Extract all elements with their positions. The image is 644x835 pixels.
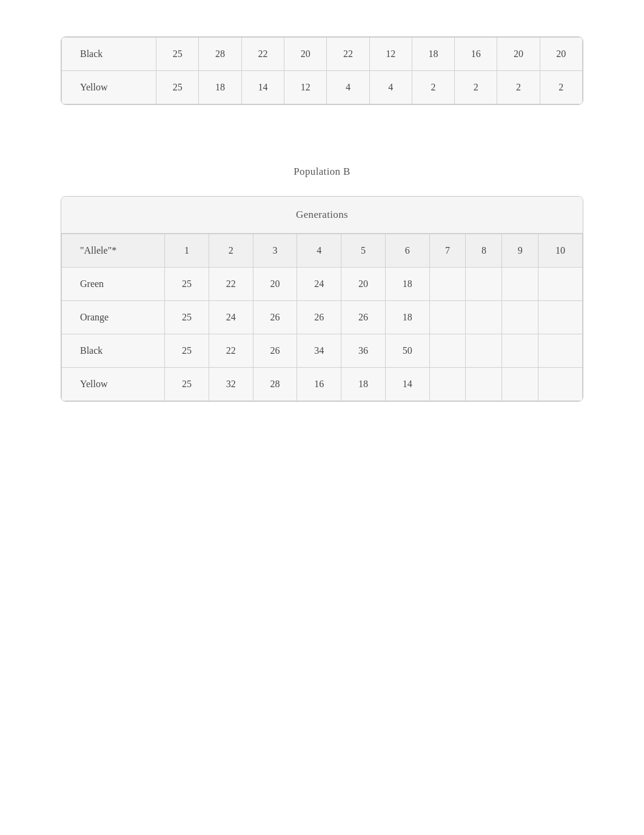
value-cell: [466, 301, 502, 334]
value-cell: 22: [209, 268, 253, 301]
value-cell: 25: [165, 268, 209, 301]
col-header-1: 1: [165, 234, 209, 268]
col-header-10: 10: [538, 234, 583, 268]
table2: "Allele"* 1 2 3 4 5 6 7 8 9 10 Green2522…: [61, 234, 583, 401]
table-row: Orange252426262618: [62, 301, 583, 334]
value-cell: 25: [156, 38, 199, 71]
value-cell: 36: [341, 334, 386, 368]
value-cell: [502, 301, 538, 334]
table1-container: Black25282220221218162020Yellow251814124…: [61, 36, 583, 105]
allele-cell: Green: [62, 268, 165, 301]
value-cell: 18: [412, 38, 454, 71]
value-cell: 18: [385, 268, 429, 301]
table-row: Green252220242018: [62, 268, 583, 301]
table-row: Black252226343650: [62, 334, 583, 368]
value-cell: 24: [297, 268, 341, 301]
col-header-2: 2: [209, 234, 253, 268]
value-cell: 20: [341, 268, 386, 301]
value-cell: 22: [209, 334, 253, 368]
section-title: Population B: [61, 166, 583, 178]
value-cell: [502, 334, 538, 368]
table1: Black25282220221218162020Yellow251814124…: [61, 37, 583, 104]
generations-header: Generations: [61, 197, 583, 234]
value-cell: 2: [455, 71, 497, 104]
value-cell: 32: [209, 368, 253, 401]
value-cell: 24: [209, 301, 253, 334]
value-cell: 4: [327, 71, 369, 104]
value-cell: [502, 268, 538, 301]
value-cell: [429, 368, 466, 401]
allele-cell: Yellow: [62, 368, 165, 401]
col-header-7: 7: [429, 234, 466, 268]
value-cell: 25: [165, 368, 209, 401]
value-cell: [502, 368, 538, 401]
table2-header-row: "Allele"* 1 2 3 4 5 6 7 8 9 10: [62, 234, 583, 268]
allele-column-header: "Allele"*: [62, 234, 165, 268]
value-cell: 2: [412, 71, 454, 104]
value-cell: 28: [253, 368, 297, 401]
table2-container: Generations "Allele"* 1 2 3 4 5 6 7 8 9 …: [61, 196, 583, 402]
value-cell: [466, 368, 502, 401]
value-cell: 26: [253, 301, 297, 334]
col-header-6: 6: [385, 234, 429, 268]
value-cell: 22: [241, 38, 284, 71]
spacer1: [61, 129, 583, 147]
allele-cell: Black: [62, 38, 156, 71]
value-cell: [429, 301, 466, 334]
value-cell: 14: [385, 368, 429, 401]
col-header-3: 3: [253, 234, 297, 268]
col-header-8: 8: [466, 234, 502, 268]
allele-cell: Yellow: [62, 71, 156, 104]
value-cell: 26: [297, 301, 341, 334]
value-cell: 34: [297, 334, 341, 368]
value-cell: 16: [297, 368, 341, 401]
value-cell: 2: [497, 71, 540, 104]
value-cell: 28: [199, 38, 241, 71]
value-cell: [466, 334, 502, 368]
value-cell: 18: [199, 71, 241, 104]
allele-cell: Orange: [62, 301, 165, 334]
value-cell: 26: [253, 334, 297, 368]
allele-cell: Black: [62, 334, 165, 368]
value-cell: [538, 368, 583, 401]
value-cell: 25: [156, 71, 199, 104]
value-cell: 20: [284, 38, 327, 71]
value-cell: 20: [253, 268, 297, 301]
table-row: Yellow253228161814: [62, 368, 583, 401]
value-cell: 18: [341, 368, 386, 401]
value-cell: 12: [284, 71, 327, 104]
value-cell: 25: [165, 301, 209, 334]
value-cell: 4: [369, 71, 412, 104]
value-cell: 16: [455, 38, 497, 71]
value-cell: [538, 268, 583, 301]
value-cell: 20: [497, 38, 540, 71]
table-row: Yellow25181412442222: [62, 71, 583, 104]
value-cell: 2: [540, 71, 582, 104]
value-cell: [429, 268, 466, 301]
value-cell: 26: [341, 301, 386, 334]
value-cell: 12: [369, 38, 412, 71]
value-cell: [429, 334, 466, 368]
value-cell: 50: [385, 334, 429, 368]
value-cell: [538, 334, 583, 368]
value-cell: 22: [327, 38, 369, 71]
table-row: Black25282220221218162020: [62, 38, 583, 71]
col-header-9: 9: [502, 234, 538, 268]
value-cell: 14: [241, 71, 284, 104]
value-cell: 20: [540, 38, 582, 71]
value-cell: 25: [165, 334, 209, 368]
col-header-4: 4: [297, 234, 341, 268]
col-header-5: 5: [341, 234, 386, 268]
value-cell: 18: [385, 301, 429, 334]
value-cell: [466, 268, 502, 301]
value-cell: [538, 301, 583, 334]
